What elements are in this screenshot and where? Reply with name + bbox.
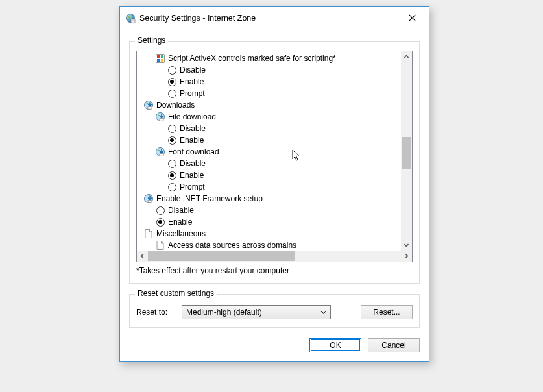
tree-option: Disable	[139, 123, 401, 134]
radio-option[interactable]	[168, 125, 176, 133]
horizontal-scroll-thumb[interactable]	[148, 251, 295, 261]
tree-category: Miscellaneous	[139, 228, 401, 239]
radio-option[interactable]	[168, 90, 176, 98]
downloads-icon	[155, 112, 165, 122]
ok-button[interactable]: OK	[309, 338, 361, 352]
settings-legend: Settings	[135, 36, 168, 45]
radio-option[interactable]	[168, 171, 176, 180]
radio-icon-slot	[167, 88, 177, 99]
vertical-scroll-thumb[interactable]	[402, 137, 411, 169]
tree-option: Disable	[139, 64, 401, 76]
radio-icon-slot	[167, 135, 177, 145]
tree-option: Disable	[139, 158, 401, 169]
reset-button[interactable]: Reset...	[361, 305, 413, 319]
svg-rect-7	[157, 59, 160, 62]
tree-option: Prompt	[139, 88, 401, 99]
tree-label: Prompt	[177, 181, 205, 193]
page-icon	[143, 228, 154, 239]
titlebar: Security Settings - Internet Zone	[120, 7, 429, 29]
radio-option[interactable]	[156, 206, 165, 215]
internet-zone-icon	[125, 13, 136, 23]
downloads-icon	[155, 147, 165, 157]
tree-item: Access data sources across domains	[139, 239, 401, 251]
reset-groupbox: Reset custom settings Reset to: Medium-h…	[129, 294, 420, 328]
vertical-scroll-track[interactable]	[401, 62, 412, 239]
cancel-button[interactable]: Cancel	[368, 338, 420, 352]
activex-icon	[155, 53, 165, 64]
tree-option: Disable	[139, 204, 401, 216]
security-settings-dialog: Security Settings - Internet Zone Settin…	[119, 6, 429, 362]
tree-option: Enable	[139, 169, 401, 181]
scroll-up-button[interactable]	[401, 51, 412, 62]
vertical-scrollbar[interactable]	[401, 51, 412, 251]
dialog-button-row: OK Cancel	[129, 338, 420, 352]
tree-label: Enable	[177, 134, 204, 146]
tree-option: Enable	[139, 76, 401, 88]
tree-label: Enable .NET Framework setup	[154, 193, 263, 204]
tree-label: Disable	[177, 64, 206, 76]
tree-item: Script ActiveX controls marked safe for …	[139, 53, 401, 64]
tree-label: Miscellaneous	[154, 228, 206, 239]
close-button[interactable]	[399, 10, 425, 27]
settings-tree: Script ActiveX controls marked safe for …	[136, 51, 413, 262]
tree-label: File download	[165, 111, 216, 123]
radio-icon-slot	[167, 170, 177, 180]
radio-option[interactable]	[168, 66, 176, 75]
tree-label: Disable	[177, 158, 206, 169]
svg-rect-10	[148, 107, 152, 110]
chevron-down-icon	[319, 306, 328, 319]
scroll-down-button[interactable]	[401, 239, 412, 251]
tree-label: Disable	[177, 123, 206, 134]
tree-option: Prompt	[139, 181, 401, 193]
tree-label: Downloads	[154, 99, 195, 111]
reset-to-label: Reset to:	[136, 308, 175, 317]
tree-label: Enable	[177, 76, 204, 88]
horizontal-scroll-track[interactable]	[148, 251, 401, 262]
radio-icon-slot	[167, 77, 177, 87]
svg-rect-8	[161, 59, 163, 62]
radio-option[interactable]	[168, 78, 176, 86]
radio-icon-slot	[167, 123, 177, 134]
tree-label: Font download	[165, 146, 219, 158]
scroll-left-button[interactable]	[137, 251, 148, 262]
tree-category: Downloads	[139, 99, 401, 111]
restart-note: *Takes effect after you restart your com…	[136, 266, 413, 275]
radio-icon-slot	[167, 182, 177, 192]
svg-rect-6	[161, 55, 163, 58]
tree-option: Enable	[139, 216, 401, 228]
radio-icon-slot	[155, 205, 165, 215]
tree-label: Disable	[165, 204, 194, 216]
tree-label: Prompt	[177, 88, 205, 99]
reset-level-combobox[interactable]: Medium-high (default)	[182, 305, 331, 319]
radio-icon-slot	[167, 65, 177, 75]
close-icon	[409, 14, 416, 21]
tree-label: Script ActiveX controls marked safe for …	[165, 53, 336, 64]
radio-icon-slot	[155, 217, 165, 227]
tree-option: Enable	[139, 134, 401, 146]
scroll-right-button[interactable]	[401, 251, 412, 262]
radio-option[interactable]	[156, 218, 165, 227]
tree-label: Enable	[165, 216, 192, 228]
tree-item: Font download	[139, 146, 401, 158]
tree-item: File download	[139, 111, 401, 123]
downloads-icon	[143, 100, 154, 110]
reset-legend: Reset custom settings	[135, 289, 217, 298]
settings-groupbox: Settings Script ActiveX controls marked …	[129, 41, 420, 284]
window-title: Security Settings - Internet Zone	[139, 14, 399, 23]
svg-rect-1	[131, 19, 135, 23]
svg-rect-12	[160, 119, 163, 121]
page-icon	[155, 240, 165, 251]
svg-rect-14	[160, 154, 163, 156]
horizontal-scrollbar[interactable]	[137, 251, 412, 262]
tree-label: Access data sources across domains	[165, 239, 296, 251]
tree-label: Enable	[177, 169, 204, 181]
radio-option[interactable]	[168, 183, 176, 191]
downloads-icon	[143, 193, 154, 204]
radio-option[interactable]	[168, 136, 176, 145]
svg-rect-5	[157, 55, 160, 58]
tree-category: Enable .NET Framework setup	[139, 193, 401, 204]
radio-icon-slot	[167, 158, 177, 169]
radio-option[interactable]	[168, 160, 176, 168]
reset-level-value: Medium-high (default)	[186, 308, 319, 317]
svg-rect-16	[148, 201, 152, 203]
